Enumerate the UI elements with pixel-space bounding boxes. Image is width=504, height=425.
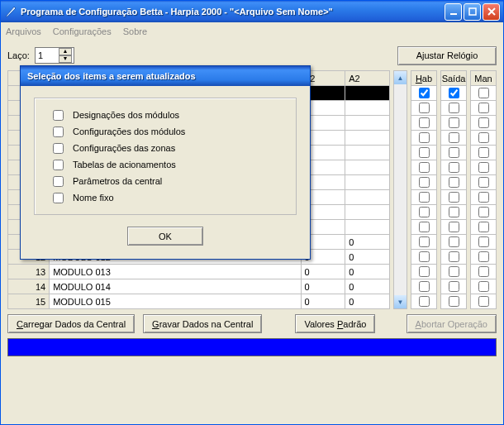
spin-down-icon[interactable]: ▼ (59, 55, 72, 63)
man-checkbox[interactable] (478, 192, 489, 203)
check-cell[interactable] (470, 101, 497, 116)
check-cell[interactable] (411, 265, 437, 279)
man-checkbox[interactable] (478, 177, 489, 188)
dialog-option-checkbox[interactable] (53, 110, 64, 121)
row-a2[interactable]: 0 (345, 131, 390, 146)
check-cell[interactable] (411, 86, 437, 101)
man-checkbox[interactable] (478, 236, 489, 247)
check-cell[interactable] (470, 220, 497, 235)
scroll-down-icon[interactable]: ▼ (394, 295, 407, 308)
row-a2[interactable]: 0 (345, 294, 390, 309)
man-checkbox[interactable] (478, 207, 489, 217)
man-checkbox[interactable] (478, 132, 489, 143)
check-cell[interactable] (440, 101, 467, 116)
menu-arquivos[interactable]: Arquivos (6, 26, 41, 36)
saida-checkbox[interactable] (449, 207, 459, 217)
close-button[interactable] (483, 3, 500, 21)
check-cell[interactable] (440, 160, 467, 175)
ajustar-relogio-button[interactable]: Ajustar Relógio (397, 46, 497, 65)
check-cell[interactable] (470, 294, 497, 309)
saida-checkbox[interactable] (449, 132, 459, 143)
hab-checkbox[interactable] (419, 266, 430, 277)
check-cell[interactable] (470, 116, 497, 131)
check-cell[interactable] (470, 160, 497, 175)
row-a2[interactable]: 0 (345, 86, 390, 101)
man-checkbox[interactable] (478, 281, 489, 292)
check-cell[interactable] (440, 250, 467, 265)
saida-checkbox[interactable] (449, 88, 459, 98)
check-cell[interactable] (411, 131, 437, 146)
dialog-option-row[interactable]: Parâmetros da central (50, 173, 281, 189)
laco-spinner[interactable]: ▲ ▼ (35, 47, 74, 64)
man-checkbox[interactable] (478, 251, 489, 262)
row-a2[interactable]: 0 (345, 175, 390, 190)
table-row[interactable]: 13MODULO 01300 (8, 265, 390, 279)
dialog-option-checkbox[interactable] (53, 143, 64, 154)
check-cell[interactable] (440, 86, 467, 101)
spin-up-icon[interactable]: ▲ (59, 48, 72, 55)
carregar-button[interactable]: Carregar Dados da Central (7, 314, 135, 333)
dialog-option-row[interactable]: Configurações dos módulos (50, 123, 281, 140)
row-t2[interactable]: 0 (301, 279, 345, 294)
row-a2[interactable]: 0 (345, 250, 390, 265)
dialog-option-row[interactable]: Nome fixo (50, 189, 281, 206)
hab-checkbox[interactable] (419, 117, 430, 128)
hab-checkbox[interactable] (419, 207, 430, 217)
hab-checkbox[interactable] (419, 162, 430, 173)
row-t2[interactable]: 0 (301, 265, 345, 279)
man-checkbox[interactable] (478, 117, 489, 128)
hab-checkbox[interactable] (419, 88, 430, 98)
row-a2[interactable]: 0 (345, 116, 390, 131)
check-cell[interactable] (440, 131, 467, 146)
menu-configuracoes[interactable]: Configurações (53, 26, 112, 36)
dialog-ok-button[interactable]: OK (127, 227, 203, 246)
row-name[interactable]: MODULO 013 (50, 265, 301, 279)
check-cell[interactable] (440, 146, 467, 160)
man-checkbox[interactable] (478, 222, 489, 232)
check-cell[interactable] (470, 279, 497, 294)
check-cell[interactable] (411, 175, 437, 190)
hab-checkbox[interactable] (419, 296, 430, 307)
check-cell[interactable] (440, 205, 467, 220)
check-cell[interactable] (411, 146, 437, 160)
saida-checkbox[interactable] (449, 177, 459, 188)
dialog-option-checkbox[interactable] (53, 160, 64, 170)
hab-checkbox[interactable] (419, 177, 430, 188)
saida-checkbox[interactable] (449, 117, 459, 128)
dialog-option-row[interactable]: Designações dos módulos (50, 107, 281, 123)
saida-checkbox[interactable] (449, 281, 459, 292)
gravar-button[interactable]: Gravar Dados na Central (143, 314, 262, 333)
minimize-button[interactable] (445, 3, 462, 21)
check-cell[interactable] (440, 175, 467, 190)
dialog-option-row[interactable]: Configurações das zonas (50, 140, 281, 156)
row-t2[interactable]: 0 (301, 294, 345, 309)
check-cell[interactable] (470, 265, 497, 279)
man-checkbox[interactable] (478, 266, 489, 277)
saida-checkbox[interactable] (449, 222, 459, 232)
check-cell[interactable] (411, 205, 437, 220)
hab-checkbox[interactable] (419, 251, 430, 262)
check-cell[interactable] (440, 190, 467, 205)
man-checkbox[interactable] (478, 162, 489, 173)
check-cell[interactable] (470, 175, 497, 190)
saida-checkbox[interactable] (449, 192, 459, 203)
check-cell[interactable] (440, 235, 467, 250)
check-cell[interactable] (440, 220, 467, 235)
check-cell[interactable] (470, 235, 497, 250)
scrollbar-vertical[interactable]: ▲ ▼ (393, 70, 407, 309)
hab-checkbox[interactable] (419, 236, 430, 247)
saida-checkbox[interactable] (449, 266, 459, 277)
row-name[interactable]: MODULO 014 (50, 279, 301, 294)
row-a2[interactable]: 0 (345, 101, 390, 116)
hab-checkbox[interactable] (419, 132, 430, 143)
check-cell[interactable] (411, 116, 437, 131)
saida-checkbox[interactable] (449, 162, 459, 173)
dialog-option-checkbox[interactable] (53, 193, 64, 203)
check-cell[interactable] (411, 235, 437, 250)
check-cell[interactable] (470, 250, 497, 265)
check-cell[interactable] (411, 294, 437, 309)
row-a2[interactable]: 0 (345, 146, 390, 160)
check-cell[interactable] (470, 86, 497, 101)
maximize-button[interactable] (464, 3, 481, 21)
row-a2[interactable]: 0 (345, 220, 390, 235)
